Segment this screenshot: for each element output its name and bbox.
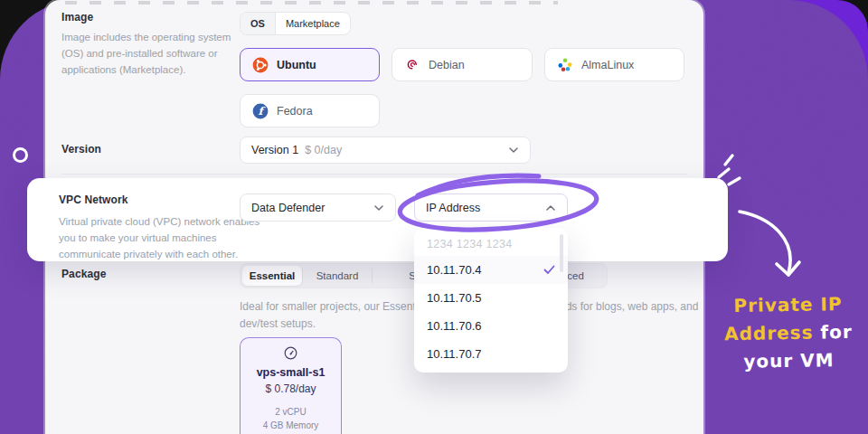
chevron-up-icon <box>545 204 556 212</box>
almalinux-icon <box>557 57 573 73</box>
package-specs: 2 vCPU 4 GB Memory 40 GB Disk Space <box>241 405 341 434</box>
ip-option-label: 10.11.70.6 <box>427 319 481 333</box>
spec-memory: 4 GB Memory <box>241 419 341 432</box>
package-label: Package <box>61 268 106 280</box>
cropped-top-content <box>65 1 558 5</box>
version-price: $ 0/day <box>305 144 342 156</box>
vpc-network-value: Data Defender <box>251 202 325 214</box>
spec-cpu: 2 vCPU <box>241 405 341 419</box>
chevron-down-icon <box>373 204 384 212</box>
version-value: Version 1 <box>251 144 298 156</box>
package-name: vps-small-s1 <box>241 366 341 379</box>
annotation-caption: Private IP Address for your VM <box>707 289 868 376</box>
page: Private IP Address for your VM Image Ima… <box>0 0 868 434</box>
os-option-ubuntu[interactable]: Ubuntu <box>240 48 380 81</box>
os-option-label: Fedora <box>277 105 313 118</box>
section-divider <box>61 174 687 175</box>
ip-select-label: IP Address <box>426 202 480 214</box>
vpc-network-select[interactable]: Data Defender <box>240 193 396 222</box>
ip-option-label: 10.11.70.5 <box>427 291 481 305</box>
os-option-label: Ubuntu <box>277 59 316 71</box>
image-label: Image <box>61 11 242 24</box>
image-controls: OS Marketplace <box>240 12 687 35</box>
tab-marketplace[interactable]: Marketplace <box>276 13 350 34</box>
check-icon <box>543 265 555 275</box>
vpc-network-card: VPC Network Virtual private cloud (VPC) … <box>27 178 728 261</box>
os-option-almalinux[interactable]: AlmaLinux <box>544 48 684 81</box>
chevron-down-icon <box>508 146 519 154</box>
image-source-toggle: OS Marketplace <box>240 12 351 35</box>
image-section-label-block: Image Image includes the operating syste… <box>61 11 242 78</box>
dropdown-scrollbar[interactable] <box>560 234 563 272</box>
os-option-debian[interactable]: Debian <box>392 48 533 81</box>
version-select[interactable]: Version 1 $ 0/day <box>240 137 531 164</box>
decorative-ring-icon <box>13 147 28 163</box>
debian-icon <box>404 57 420 73</box>
fedora-icon: f <box>252 103 269 119</box>
ip-option-label: 10.11.70.4 <box>427 263 481 277</box>
ubuntu-icon <box>252 57 269 73</box>
image-section: Image Image includes the operating syste… <box>61 11 685 78</box>
ip-option-label: 10.11.70.7 <box>427 347 481 361</box>
ip-option[interactable]: 10.11.70.7 <box>414 340 568 368</box>
version-label: Version <box>61 143 101 156</box>
package-tab-standard[interactable]: Standard <box>303 266 372 286</box>
vpc-description: Virtual private cloud (VPC) network enab… <box>59 214 274 262</box>
ip-placeholder: 1234 1234 1234 <box>414 232 568 256</box>
os-option-label: AlmaLinux <box>581 59 634 71</box>
ip-address-dropdown: 1234 1234 1234 10.11.70.4 10.11.70.5 10.… <box>414 228 568 373</box>
ip-option[interactable]: 10.11.70.5 <box>414 284 568 312</box>
image-description: Image includes the operating system (OS)… <box>61 30 242 78</box>
ip-address-select[interactable]: IP Address <box>414 193 568 222</box>
gauge-icon <box>284 346 297 360</box>
os-option-label: Debian <box>429 59 465 71</box>
ip-option-selected[interactable]: 10.11.70.4 <box>414 256 568 284</box>
ip-option[interactable]: 10.11.70.6 <box>414 312 568 340</box>
vpc-label: VPC Network <box>59 193 127 206</box>
tab-os[interactable]: OS <box>241 13 275 34</box>
annotation-line3: your VM <box>708 345 868 376</box>
os-option-fedora[interactable]: f Fedora <box>240 94 380 127</box>
package-tab-essential[interactable]: Essential <box>242 266 302 286</box>
package-card-vps-small-s1[interactable]: vps-small-s1 $ 0.78/day 2 vCPU 4 GB Memo… <box>240 337 342 434</box>
annotation-line2: Address for <box>708 317 868 348</box>
package-price: $ 0.78/day <box>241 382 341 395</box>
annotation-line1: Private IP <box>707 289 868 320</box>
